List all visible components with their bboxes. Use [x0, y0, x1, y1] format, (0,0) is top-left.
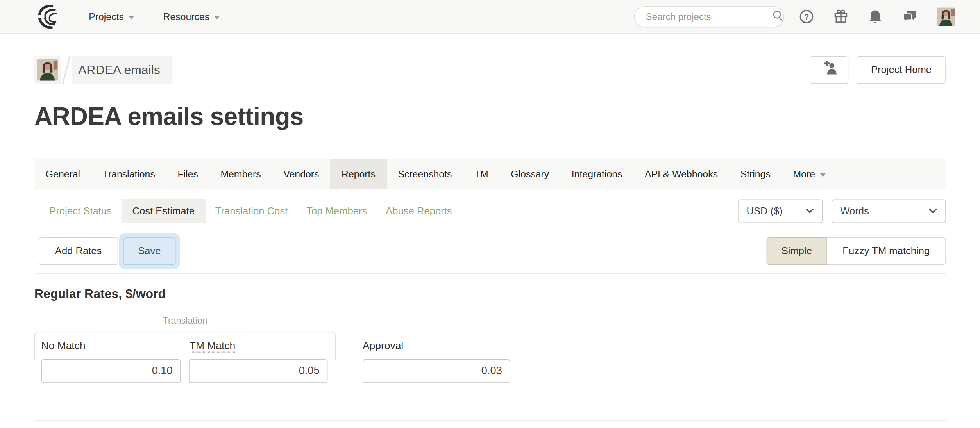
fuzzy-tm-matching-button[interactable]: Fuzzy TM matching: [827, 237, 946, 264]
estimate-mode-toggle: Simple Fuzzy TM matching: [766, 237, 946, 264]
nav-projects-menu[interactable]: Projects: [89, 11, 134, 22]
save-button[interactable]: Save: [123, 237, 176, 264]
project-home-label: Project Home: [871, 64, 932, 76]
chevron-down-icon: [819, 173, 826, 177]
unit-select[interactable]: Words: [832, 199, 946, 223]
tab-more-label: More: [793, 168, 815, 180]
page: Projects Resources ?: [0, 0, 980, 428]
currency-select-value: USD ($): [746, 205, 782, 217]
unit-select-value: Words: [840, 205, 869, 217]
breadcrumb-separator: [61, 56, 72, 84]
tab-members[interactable]: Members: [209, 159, 272, 189]
tab-general[interactable]: General: [34, 159, 91, 189]
breadcrumb-row: ARDEA emails Project Home: [34, 56, 946, 84]
subtab-cost-estimate[interactable]: Cost Estimate: [121, 199, 206, 223]
save-button-focus-ring: Save: [119, 233, 181, 269]
page-title: ARDEA emails settings: [34, 102, 304, 130]
tab-strings[interactable]: Strings: [729, 159, 782, 189]
breadcrumb[interactable]: ARDEA emails: [34, 56, 173, 84]
approval-label: Approval: [363, 340, 403, 351]
chevron-down-icon: [128, 15, 134, 19]
project-home-button[interactable]: Project Home: [857, 56, 946, 84]
subtab-translation-cost[interactable]: Translation Cost: [206, 199, 297, 223]
rates-section-title: Regular Rates, $/word: [34, 287, 166, 301]
project-owner-avatar[interactable]: [34, 56, 61, 84]
no-match-label: No Match: [41, 340, 86, 351]
reports-subnav: Project Status Cost Estimate Translation…: [34, 199, 946, 223]
notifications-bell-icon[interactable]: [868, 9, 883, 24]
tm-match-rate-input[interactable]: [189, 359, 327, 383]
app-logo-icon[interactable]: [36, 4, 64, 30]
currency-select[interactable]: USD ($): [738, 199, 823, 223]
user-avatar[interactable]: [937, 7, 955, 26]
search-projects-box: [634, 6, 784, 27]
svg-text:?: ?: [804, 12, 809, 21]
search-input[interactable]: [645, 11, 772, 22]
nav-resources-menu[interactable]: Resources: [163, 11, 220, 22]
settings-tab-bar: General Translations Files Members Vendo…: [34, 159, 946, 189]
subtab-top-members[interactable]: Top Members: [297, 199, 376, 223]
subtab-abuse-reports[interactable]: Abuse Reports: [376, 199, 461, 223]
tm-match-label: TM Match: [190, 340, 235, 351]
messages-chat-icon[interactable]: [902, 9, 917, 24]
add-person-icon: [821, 61, 837, 79]
breadcrumb-project-name[interactable]: ARDEA emails: [72, 56, 173, 84]
approval-rate-input[interactable]: [363, 359, 510, 383]
translation-group-label: Translation: [34, 316, 336, 326]
rates-toolbar: Add Rates Save Simple Fuzzy TM matching: [34, 237, 946, 265]
chevron-down-icon: [805, 208, 814, 214]
search-icon[interactable]: [771, 9, 784, 24]
tab-files[interactable]: Files: [166, 159, 209, 189]
subtab-project-status[interactable]: Project Status: [40, 199, 121, 223]
tab-reports[interactable]: Reports: [330, 159, 386, 189]
section-divider: [34, 273, 946, 274]
simple-mode-button[interactable]: Simple: [766, 237, 827, 264]
add-rates-button[interactable]: Add Rates: [39, 237, 118, 264]
tab-glossary[interactable]: Glossary: [500, 159, 560, 189]
gift-icon[interactable]: [833, 9, 848, 24]
tab-vendors[interactable]: Vendors: [272, 159, 331, 189]
tab-more[interactable]: More: [782, 159, 837, 189]
tab-api-webhooks[interactable]: API & Webhooks: [633, 159, 729, 189]
nav-resources-label: Resources: [163, 11, 210, 22]
bottom-divider: [34, 420, 946, 421]
no-match-rate-input[interactable]: [41, 359, 181, 383]
tab-tm[interactable]: TM: [463, 159, 499, 189]
help-icon[interactable]: ?: [799, 9, 814, 24]
tab-integrations[interactable]: Integrations: [560, 159, 633, 189]
invite-people-button[interactable]: [810, 56, 848, 84]
tab-screenshots[interactable]: Screenshots: [387, 159, 463, 189]
tab-translations[interactable]: Translations: [91, 159, 166, 189]
chevron-down-icon: [214, 15, 220, 19]
top-navbar: Projects Resources ?: [0, 0, 980, 34]
nav-projects-label: Projects: [89, 11, 124, 22]
chevron-down-icon: [928, 208, 937, 214]
